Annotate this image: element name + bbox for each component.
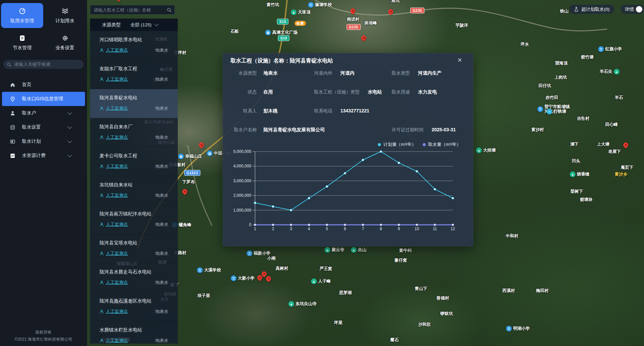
over-plan-badge[interactable]: 超计划取水(0) [569,5,614,14]
manual-monitor-tag[interactable]: 人工监测点 [100,192,128,198]
map-place-label: 坪里 [334,320,342,325]
map-place-label: 南进村 [347,17,360,22]
water-type-label: 地表水 [155,76,168,82]
poi-label: 聚云寺 [332,247,344,252]
manual-monitor-tag[interactable]: 人工监测点 [100,163,128,169]
map-place-label: 西溪村 [502,288,515,293]
app-tile-doc[interactable]: 节水管理 [1,32,43,53]
close-icon[interactable]: ✕ [457,57,462,64]
road-badge: 收费 [295,21,306,26]
sidebar-item-settings[interactable]: 取水设置 [2,120,85,134]
map-place-label: 铁山 [560,9,568,14]
detail-toggle-knob[interactable] [636,6,642,12]
app-tile-gauge[interactable]: 取用水管理 [1,3,43,28]
svg-text:12: 12 [451,227,455,231]
poi-icon: 文 [506,326,512,331]
station-list-item[interactable]: 陆河县激石溪老区水电站人工监测点地表水 [90,292,178,321]
svg-text:1,000,000: 1,000,000 [233,208,252,213]
manual-monitor-tag[interactable]: 人工监测点 [100,280,128,286]
svg-text:11: 11 [433,227,437,231]
poi-icon: 文 [231,275,236,281]
manual-monitor-tag[interactable]: 人工监测点 [100,47,128,53]
map-poi-marker: ▦高塘文化广场 [265,30,298,35]
poi-label: 打铁塘 [554,109,566,114]
modal-title: 取水工程（设施）名称：陆河县青碇水电站 [230,57,333,64]
station-name: 陆河县激石溪老区水电站 [100,297,168,304]
sidebar-item-home[interactable]: 首页 [2,78,85,92]
map-place-label: 黄沙村 [531,127,544,132]
sidebar-item-plan[interactable]: 取水计划 [2,134,85,149]
manual-monitor-tag[interactable]: 人工监测点 [100,309,128,315]
map-place-label: 挨埌峰 [364,21,377,26]
road-badge: S19 [278,35,289,41]
station-name: 陆河县水唇走马石水电站 [100,268,168,275]
station-search [90,5,175,15]
station-list-item[interactable]: 陆河县自来水厂人工监测点地表水 [90,118,178,147]
sidebar-menu: 首页取水口GIS信息管理取水户取水设置取水计划水资源计费 [0,78,87,163]
chart-icon [10,153,16,159]
station-list-item[interactable]: 陆河县青碇水电站人工监测点地表水 [90,89,178,118]
plan-vs-intake-chart[interactable]: 01,000,0002,000,0003,000,0004,000,0005,0… [228,143,464,241]
detail-field: 取水类型河道内生产 [392,70,442,76]
manual-monitor-tag[interactable]: 人工监测点 [100,134,128,140]
manual-monitor-tag[interactable]: 人工监测点 [100,76,128,82]
station-list-item[interactable]: 水唇镇水栏肚水电站人工监测点地表水 [90,321,178,344]
poi-icon: 文 [537,106,543,112]
detail-toggle[interactable]: 详情 [621,5,644,14]
manual-monitor-tag[interactable]: 人工监测点 [100,221,128,228]
station-list-item[interactable]: 麦卡公司取水工程人工监测点地表水 [90,147,178,176]
poi-label: 福新小学 [254,251,271,256]
map-place-label: 箭塘块 [580,197,593,202]
sidebar-item-billing[interactable]: 水资源计费 [2,149,85,163]
poi-icon: 文 [308,2,314,8]
field-label: 取水工程（设施）类型 [314,89,360,95]
manual-monitor-tag[interactable]: 人工监测点 [100,338,128,344]
search-icon[interactable] [167,7,172,12]
station-list-item[interactable]: 陆河县南万镇杞洋水电站人工监测点地表水 [90,205,178,234]
field-label: 状态 [230,89,257,95]
sidebar-item-gis[interactable]: 取水口GIS信息管理 [2,92,85,106]
field-value: 2025-03-31 [432,127,456,132]
person-icon [100,193,104,198]
station-panel: 水源类型 全部 (125) 河口镇唱歌潭水电站人工监测点地表水友能水厂取水工程人… [90,0,178,344]
poi-icon: ▲ [325,247,330,253]
svg-text:4,000,000: 4,000,000 [233,164,252,168]
svg-text:2,000,000: 2,000,000 [233,193,252,198]
station-list-item[interactable]: 陆河县宝塔水电站人工监测点地表水 [90,234,178,263]
poi-label: 羊石尖 [600,69,613,74]
poi-label: 红旗小学 [605,47,622,51]
db-icon [10,125,16,130]
manual-monitor-tag[interactable]: 人工监测点 [100,250,128,257]
home-icon [10,82,16,88]
doc-icon [19,34,26,42]
sidebar-search-input[interactable] [14,62,80,67]
sidebar-item-label: 取水户 [22,110,36,116]
map-place-label: 青山下 [415,286,427,291]
poi-label: 东坑尖山寺 [296,301,317,306]
station-list-item[interactable]: 东坑镇自来水站人工监测点地表水 [90,176,178,205]
poi-icon: ▲ [614,69,619,75]
detail-field: 联系人彭木桃 [230,108,278,114]
app-tile-gear[interactable]: 业务设置 [44,32,86,53]
station-list-item[interactable]: 河口镇唱歌潭水电站人工监测点地表水 [90,31,178,60]
water-type-label: 地表水 [155,163,168,169]
station-search-input[interactable] [94,7,167,12]
copyright: 版权所有 ©2021 珠海市仁智科技有限公司 [0,329,87,343]
manual-monitor-tag[interactable]: 人工监测点 [100,105,128,111]
app-tile-label: 取用水管理 [10,18,34,24]
detail-field: 许可证过期时间2025-03-31 [392,127,456,133]
map-poi-marker: ▦幸福山庄 [178,154,202,159]
poi-icon: 文 [598,46,604,52]
sidebar-item-users[interactable]: 取水户 [2,106,85,120]
chevron-down-icon [67,110,72,115]
poi-icon: ▲ [570,171,576,177]
map-poi-marker: 文大新小学 [231,275,255,281]
flask-icon [574,7,579,12]
poi-label: 高塘文化广场 [272,30,298,35]
station-list-item[interactable]: 陆河县水唇走马石水电站人工监测点地表水 [90,263,178,292]
station-list-item[interactable]: 友能水厂取水工程人工监测点地表水 [90,60,178,89]
app-tile-waves[interactable]: 计划用水 [44,3,86,28]
field-label: 水源类型 [230,70,257,76]
water-source-filter[interactable]: 水源类型 全部 (125) [90,19,178,31]
map-place-label: 严王窝 [319,266,332,271]
